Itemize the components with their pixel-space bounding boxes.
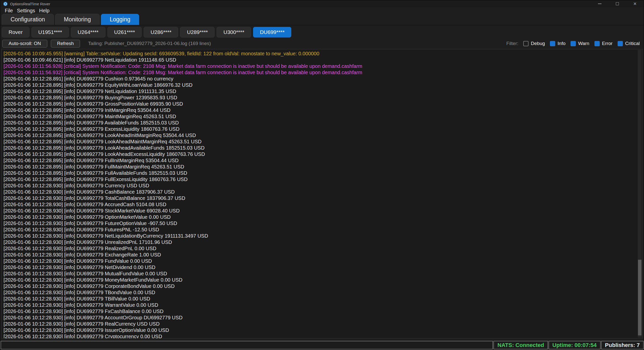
window-controls: ✕ (591, 0, 644, 7)
account-tab-u1951[interactable]: U1951**** (31, 27, 69, 37)
filter-debug[interactable]: Debug (523, 41, 545, 46)
uptime-status: Uptime: 00:07:54 (549, 341, 600, 349)
filter-label: Filter: (506, 41, 518, 46)
minimize-button[interactable] (591, 0, 609, 7)
log-line: [2026-01-06 10:12:28.930] [info] DU69927… (4, 296, 642, 302)
log-line: [2026-01-06 10:11:56.928] [critical] Sys… (4, 63, 642, 69)
log-line: [2026-01-06 10:12:28.930] [info] DU69927… (4, 227, 642, 233)
log-line: [2026-01-06 10:12:28.930] [info] DU69927… (4, 277, 642, 283)
publishers-status: Publishers: 7 (601, 341, 643, 349)
log-line: [2026-01-06 10:12:28.895] [info] DU69927… (4, 113, 642, 120)
menu-item-help[interactable]: Help (37, 8, 52, 14)
filter-warn-label: Warn (578, 41, 589, 46)
log-line: [2026-01-06 10:12:28.895] [info] DU69927… (4, 176, 642, 183)
status-spacer (1, 341, 493, 349)
log-line: [2026-01-06 10:12:28.930] [info] DU69927… (4, 245, 642, 252)
log-line: [2026-01-06 10:12:28.895] [info] DU69927… (4, 95, 642, 101)
checkbox-icon-critical (618, 41, 623, 46)
menu-item-file[interactable]: File (3, 8, 15, 14)
account-tab-u286[interactable]: U286**** (144, 27, 178, 37)
filter-error-label: Error (602, 41, 613, 46)
log-line: [2026-01-06 10:12:28.930] [info] DU69927… (4, 271, 642, 277)
log-line: [2026-01-06 10:12:28.895] [info] DU69927… (4, 170, 642, 176)
account-tab-u300[interactable]: U300**** (217, 27, 251, 37)
filter-group: Filter: DebugInfoWarnErrorCritical (506, 41, 640, 46)
log-line: [2026-01-06 10:12:28.895] [info] DU69927… (4, 157, 642, 164)
log-line: [2026-01-06 10:12:28.930] [info] DU69927… (4, 233, 642, 239)
log-line: [2026-01-06 10:12:28.891] [info] DU69927… (4, 76, 642, 82)
checkbox-icon-info (550, 41, 555, 46)
refresh-button[interactable]: Refresh (51, 40, 80, 48)
menu-bar: FileSettingsHelp (0, 7, 644, 14)
account-tab-du699[interactable]: DU699**** (253, 27, 291, 37)
filter-critical[interactable]: Critical (618, 41, 640, 46)
log-line: [2026-01-06 10:12:28.895] [info] DU69927… (4, 120, 642, 126)
log-line: [2026-01-06 10:12:28.895] [info] DU69927… (4, 145, 642, 151)
tab-logging[interactable]: Logging (101, 14, 139, 25)
app-window: OptionsRealTime Rover ✕ FileSettingsHelp… (0, 0, 644, 350)
log-line: [2026-01-06 10:12:28.895] [info] DU69927… (4, 139, 642, 145)
log-line: [2026-01-06 10:12:28.930] [info] DU69927… (4, 321, 642, 327)
log-line: [2026-01-06 10:12:28.895] [info] DU69927… (4, 126, 642, 132)
log-line: [2026-01-06 10:12:28.930] [info] DU69927… (4, 302, 642, 308)
nats-status: NATS: Connected (494, 341, 548, 349)
tab-monitoring[interactable]: Monitoring (55, 14, 100, 25)
log-line: [2026-01-06 10:12:28.930] [info] DU69927… (4, 333, 642, 338)
log-line: [2026-01-06 10:12:28.930] [info] DU69927… (4, 195, 642, 201)
filter-debug-label: Debug (531, 41, 545, 46)
log-line: [2026-01-06 10:12:28.930] [info] DU69927… (4, 220, 642, 227)
account-tab-u289[interactable]: U289**** (180, 27, 215, 37)
log-panel: [2026-01-06 10:09:45.955] [warning] Tabl… (1, 49, 643, 338)
filter-error[interactable]: Error (594, 41, 613, 46)
checkbox-icon-error (594, 41, 600, 46)
close-button[interactable]: ✕ (626, 0, 644, 7)
log-line: [2026-01-06 10:12:28.930] [info] DU69927… (4, 189, 642, 195)
log-scrollbar[interactable] (638, 50, 642, 337)
log-line: [2026-01-06 10:12:28.930] [info] DU69927… (4, 252, 642, 258)
main-tab-bar: ConfigurationMonitoringLogging (0, 14, 644, 25)
log-line: [2026-01-06 10:09:45.955] [warning] Tabl… (4, 51, 642, 57)
log-output: [2026-01-06 10:09:45.955] [warning] Tabl… (2, 49, 642, 338)
log-line: [2026-01-06 10:12:28.930] [info] DU69927… (4, 214, 642, 220)
filter-critical-label: Critical (625, 41, 640, 46)
log-line: [2026-01-06 10:12:28.930] [info] DU69927… (4, 239, 642, 245)
log-line: [2026-01-06 10:12:28.930] [info] DU69927… (4, 315, 642, 321)
log-line: [2026-01-06 10:12:28.930] [info] DU69927… (4, 201, 642, 208)
log-line: [2026-01-06 10:12:28.895] [info] DU69927… (4, 82, 642, 88)
window-title: OptionsRealTime Rover (10, 2, 50, 6)
log-line: [2026-01-06 10:12:28.895] [info] DU69927… (4, 151, 642, 157)
account-tab-u264[interactable]: U264**** (71, 27, 105, 37)
checkbox-icon-warn (571, 41, 576, 46)
minimize-icon (598, 4, 601, 4)
app-logo-icon (3, 2, 8, 6)
account-tab-rover[interactable]: Rover (2, 27, 29, 37)
log-line: [2026-01-06 10:12:28.895] [info] DU69927… (4, 164, 642, 170)
filter-info-label: Info (557, 41, 566, 46)
log-line: [2026-01-06 10:12:28.895] [info] DU69927… (4, 101, 642, 107)
filter-info[interactable]: Info (550, 41, 566, 46)
menu-item-settings[interactable]: Settings (15, 8, 37, 14)
checkbox-icon-debug (523, 41, 529, 46)
account-tab-bar: RoverU1951****U264****U261****U286****U2… (0, 25, 644, 38)
scrollbar-thumb[interactable] (638, 260, 641, 335)
tab-configuration[interactable]: Configuration (2, 14, 54, 25)
title-bar: OptionsRealTime Rover ✕ (0, 0, 644, 7)
maximize-restore-button[interactable] (609, 0, 626, 7)
log-line: [2026-01-06 10:12:28.930] [info] DU69927… (4, 258, 642, 264)
account-tab-u261[interactable]: U261**** (107, 27, 142, 37)
log-line: [2026-01-06 10:11:56.932] [critical] Sys… (4, 69, 642, 76)
log-line: [2026-01-06 10:12:28.895] [info] DU69927… (4, 88, 642, 95)
log-line: [2026-01-06 10:12:28.930] [info] DU69927… (4, 327, 642, 333)
filter-warn[interactable]: Warn (571, 41, 589, 46)
autoscroll-button[interactable]: Auto-scroll: ON (2, 40, 47, 48)
tailing-status: Tailing: Publisher_DU6992779_2026-01-06.… (88, 41, 211, 46)
restore-icon (616, 2, 619, 5)
log-line: [2026-01-06 10:12:28.895] [info] DU69927… (4, 107, 642, 113)
log-line: [2026-01-06 10:12:28.930] [info] DU69927… (4, 308, 642, 315)
log-line: [2026-01-06 10:12:28.895] [info] DU69927… (4, 132, 642, 139)
status-bar: NATS: Connected Uptime: 00:07:54 Publish… (0, 340, 644, 350)
log-line: [2026-01-06 10:12:28.930] [info] DU69927… (4, 183, 642, 189)
log-line: [2026-01-06 10:12:28.930] [info] DU69927… (4, 289, 642, 296)
log-line: [2026-01-06 10:12:28.930] [info] DU69927… (4, 208, 642, 214)
log-line: [2026-01-06 10:12:28.930] [info] DU69927… (4, 264, 642, 271)
